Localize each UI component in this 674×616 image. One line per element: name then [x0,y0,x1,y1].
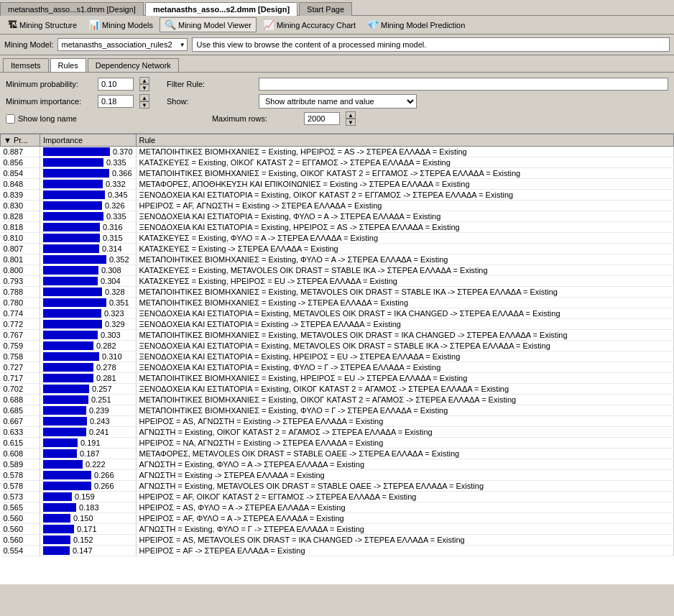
importance-value: 0.328 [105,288,125,296]
prob-cell: 0.759 [1,341,40,351]
table-row: 0.7170.281ΜΕΤΑΠΟΙΗΤΙΚΕΣ ΒΙΟΜΗΧΑΝΙΕΣ = Ex… [1,373,674,384]
importance-bar [43,180,103,188]
importance-bar [43,341,93,350]
model-label: Mining Model: [4,40,53,49]
show-long-name-label: Show long name [6,114,77,124]
max-rows-label: Maximum rows: [212,114,298,123]
prob-cell: 0.800 [1,265,40,276]
importance-cell: 0.281 [40,373,137,384]
mining-models-btn[interactable]: 📊 Mining Models [83,17,158,32]
rule-cell: ΚΑΤΑΣΚΕΥΕΣ = Existing, ΦΥΛΟ = Α -> ΣΤΕΡΕ… [136,233,673,244]
filter-rule-label: Filter Rule: [167,80,253,88]
rule-cell: ΚΑΤΑΣΚΕΥΕΣ = Existing, ΗΡΕΙΡΟΣ = EU -> Σ… [136,276,673,287]
importance-spinner-up-icon[interactable]: ▲ [139,94,149,101]
max-rows-input[interactable] [304,112,340,125]
prob-cell: 0.830 [1,201,40,211]
importance-value: 0.316 [103,223,123,231]
importance-bar [43,190,105,199]
spinner-up-icon[interactable]: ▲ [139,77,149,84]
tab-dmm2[interactable]: metanasths_asso...s2.dmm [Design] [145,2,297,16]
importance-cell: 0.332 [40,179,137,190]
importance-spinner-down-icon[interactable]: ▼ [139,101,149,109]
importance-value: 0.323 [104,309,124,318]
importance-bar [43,223,100,231]
rule-cell: ΚΑΤΑΣΚΕΥΕΣ = Existing -> ΣΤΕΡΕΑ ΕΛΛΑΔΑ =… [136,244,673,254]
rule-cell: ΞΕΝΟΔΟΧΕΙΑ ΚΑΙ ΕΣΤΙΑΤΟΡΙΑ = Existing, ME… [136,308,673,319]
table-row: 0.7740.323ΞΕΝΟΔΟΧΕΙΑ ΚΑΙ ΕΣΤΙΑΤΟΡΙΑ = Ex… [1,308,674,319]
rule-cell: ΗΡΕΙΡΟΣ = AS, METAVOLES OIK DRAST = IKA … [136,535,673,546]
importance-bar [43,320,102,328]
importance-bar [43,277,98,285]
table-row: 0.7800.351ΜΕΤΑΠΟΙΗΤΙΚΕΣ ΒΙΟΜΗΧΑΝΙΕΣ = Ex… [1,298,674,308]
importance-value: 0.183 [79,503,99,512]
min-importance-label: Minimum importance: [6,97,92,106]
table-row: 0.5780.266ΑΓΝΩΣΤΗ = Existing -> ΣΤΕΡΕΑ Ε… [1,470,674,481]
mining-structure-btn[interactable]: 🏗 Mining Structure [3,17,82,32]
importance-cell: 0.326 [40,201,137,211]
table-row: 0.5600.171ΑΓΝΩΣΤΗ = Existing, ΦΥΛΟ = Γ -… [1,524,674,535]
importance-cell: 0.251 [40,395,137,405]
prob-cell: 0.560 [1,524,40,535]
min-probability-input[interactable] [98,78,134,91]
importance-bar [43,212,103,221]
importance-cell: 0.303 [40,330,137,341]
prob-cell: 0.801 [1,254,40,265]
importance-bar [43,234,100,242]
rule-cell: ΞΕΝΟΔΟΧΕΙΑ ΚΑΙ ΕΣΤΙΑΤΟΡΙΑ = Existing, ΦΥ… [136,211,673,222]
importance-cell: 0.352 [40,254,137,265]
importance-value: 0.315 [103,234,123,242]
prob-cell: 0.560 [1,513,40,524]
table-row: 0.7580.310ΞΕΝΟΔΟΧΕΙΑ ΚΑΙ ΕΣΤΙΑΤΟΡΙΑ = Ex… [1,351,674,362]
rule-cell: ΗΡΕΙΡΟΣ = ΝΑ, ΑΓΝΩΣΤΗ = Existing -> ΣΤΕΡ… [136,438,673,449]
importance-cell: 0.308 [40,265,137,276]
show-long-name-checkbox[interactable] [6,114,15,124]
importance-bar [43,503,76,512]
importance-cell: 0.243 [40,416,137,427]
tab-dmm1[interactable]: metanasths_asso...s1.dmm [Design] [0,2,144,16]
col-importance[interactable]: Importance [40,134,137,147]
tab-itemsets[interactable]: Itemsets [3,58,49,72]
rule-cell: ΑΓΝΩΣΤΗ = Existing, ΦΥΛΟ = Γ -> ΣΤΕΡΕΑ Ε… [136,524,673,535]
importance-bar [43,201,102,210]
importance-bar [43,428,86,436]
importance-value: 0.310 [102,352,122,361]
max-rows-spinner[interactable]: ▲ ▼ [346,111,356,126]
col-prob[interactable]: ▼ Pr... [1,134,40,147]
prob-cell: 0.578 [1,481,40,492]
prob-cell: 0.774 [1,308,40,319]
min-importance-input[interactable] [98,95,134,108]
table-row: 0.8300.326ΗΡΕΙΡΟΣ = AF, ΑΓΝΩΣΤΗ = Existi… [1,201,674,211]
rule-cell: ΚΑΤΑΣΚΕΥΕΣ = Existing, ΟΙΚΟΓ ΚΑΤAST 2 = … [136,157,673,168]
importance-cell: 0.266 [40,481,137,492]
model-dropdown[interactable]: metanasths_association_rules2 ▼ [57,38,187,51]
maxrows-spinner-down-icon[interactable]: ▼ [346,119,356,126]
min-importance-spinner[interactable]: ▲ ▼ [139,94,149,109]
tab-rules[interactable]: Rules [50,58,86,72]
importance-cell: 0.152 [40,535,137,546]
importance-value: 0.147 [73,546,93,555]
importance-value: 0.171 [77,525,97,533]
rule-cell: ΞΕΝΟΔΟΧΕΙΑ ΚΑΙ ΕΣΤΙΑΤΟΡΙΑ = Existing, ΗΡ… [136,351,673,362]
show-select[interactable]: Show attribute name and value [259,94,417,109]
tab-start-page[interactable]: Start Page [299,2,352,16]
spinner-down-icon[interactable]: ▼ [139,84,149,91]
mining-model-prediction-btn[interactable]: 💎 Mining Model Prediction [362,17,470,32]
maxrows-spinner-up-icon[interactable]: ▲ [346,111,356,119]
importance-cell: 0.159 [40,492,137,502]
filter-rule-input[interactable] [259,78,668,91]
importance-value: 0.314 [102,244,122,253]
prob-cell: 0.685 [1,405,40,416]
prob-cell: 0.717 [1,373,40,384]
rule-cell: ΞΕΝΟΔΟΧΕΙΑ ΚΑΙ ΕΣΤΙΑΤΟΡΙΑ = Existing -> … [136,319,673,330]
dropdown-arrow-icon: ▼ [180,42,185,48]
importance-cell: 0.239 [40,405,137,416]
mining-accuracy-chart-btn[interactable]: 📈 Mining Accuracy Chart [258,17,361,32]
table-row: 0.5890.222ΑΓΝΩΣΤΗ = Existing, ΦΥΛΟ = Α -… [1,459,674,470]
mining-model-viewer-btn[interactable]: 🔍 Mining Model Viewer [160,17,257,32]
importance-cell: 0.171 [40,524,137,535]
tab-dependency-network[interactable]: Dependency Network [88,58,179,72]
prob-cell: 0.807 [1,244,40,254]
col-rule[interactable]: Rule [136,134,673,147]
importance-cell: 0.222 [40,459,137,470]
min-prob-spinner[interactable]: ▲ ▼ [139,77,149,91]
